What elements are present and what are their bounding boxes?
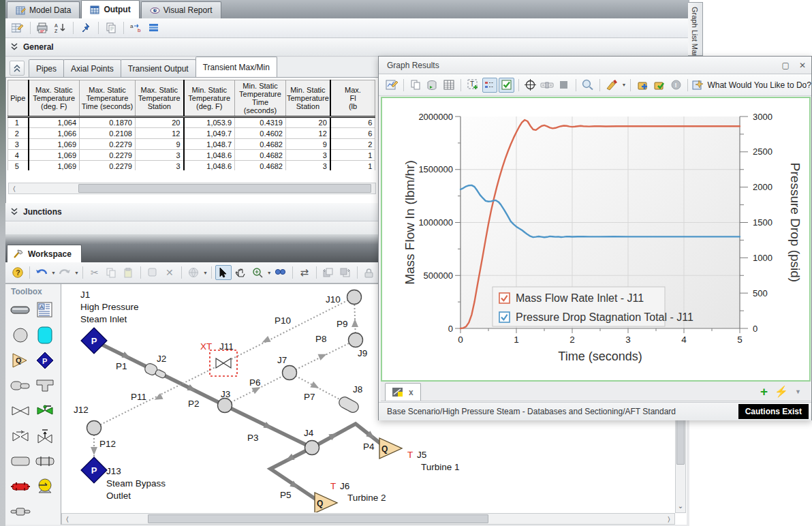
update-saved-graph-icon[interactable]	[652, 78, 667, 93]
add-text-icon[interactable]: T	[465, 78, 480, 93]
column-header[interactable]: Min. StaticTemperature(deg. F)	[184, 80, 235, 117]
subtab-pipes[interactable]: Pipes	[29, 59, 64, 77]
duplicate-icon[interactable]	[144, 265, 161, 280]
graph-actions-dropdown-icon[interactable]: ▼	[795, 388, 801, 395]
tool-heat-exchanger-icon[interactable]	[9, 478, 32, 495]
web-options-dropdown-icon[interactable]: ▼	[203, 270, 208, 275]
subtab-transient-output[interactable]: Transient Output	[121, 59, 196, 77]
scroll-left-arrow[interactable]: 〈	[9, 185, 20, 192]
junction-J10-branch[interactable]	[347, 290, 362, 305]
junction-J8-dead-end[interactable]	[337, 395, 360, 414]
undo-dropdown-icon[interactable]: ▼	[51, 270, 56, 275]
print-options-icon[interactable]	[35, 20, 51, 35]
table-row[interactable]: 21,0660.2108121,049.70.4602126	[8, 128, 375, 139]
table-row[interactable]: 51,0690.227931,048.60.468231	[8, 161, 375, 171]
crosshair-icon[interactable]	[523, 78, 538, 93]
scrollbar-thumb[interactable]	[78, 184, 371, 193]
junction-J9-branch[interactable]	[349, 333, 363, 347]
edit-table-icon[interactable]	[10, 20, 26, 35]
tool-assigned-pressure-icon[interactable]: P	[33, 352, 57, 369]
collapse-table-button[interactable]	[10, 61, 25, 76]
legend-checkbox-1[interactable]	[499, 312, 510, 322]
show-checkboxes-icon[interactable]	[499, 78, 514, 93]
tool-flanged-pipe-icon[interactable]	[33, 453, 57, 469]
tool-volume-icon[interactable]	[9, 453, 32, 469]
tab-model-data[interactable]: Model Data	[7, 1, 80, 18]
pipe-dotted[interactable]	[223, 297, 354, 363]
table-row[interactable]: 11,0640.1870201,053.90.4319206	[8, 117, 375, 128]
close-icon[interactable]: ✕	[799, 61, 806, 70]
tool-check-valve-icon[interactable]	[33, 403, 57, 419]
graph-tab[interactable]: x	[385, 383, 421, 401]
junction-J1-assigned-pressure[interactable]: P	[81, 328, 107, 354]
reverse-direction-icon[interactable]: ⇄	[296, 265, 313, 280]
junction-J3-branch[interactable]	[218, 399, 232, 413]
legend-options-icon[interactable]	[482, 78, 498, 93]
copy-icon[interactable]	[104, 265, 120, 280]
junction-J7-branch[interactable]	[283, 366, 297, 380]
tool-relief-valve-icon[interactable]	[9, 428, 32, 444]
copy-icon[interactable]	[103, 20, 119, 35]
sort-az-icon[interactable]: AZ	[52, 20, 69, 35]
junction-J11-valve-selected[interactable]	[210, 350, 237, 376]
junction-J13-assigned-pressure[interactable]: P	[81, 457, 107, 483]
graph-window-titlebar[interactable]: Graph Results ▢ ✕	[379, 57, 811, 74]
graph-info-icon[interactable]: !	[668, 78, 683, 93]
workspace-horizontal-scrollbar[interactable]: 〈 〉	[61, 513, 675, 525]
column-header[interactable]: Pipe	[8, 80, 29, 117]
junction-J6-turbine-2[interactable]: Q	[315, 493, 337, 512]
results-table[interactable]: PipeMax. StaticTemperature(deg. F)Max. S…	[7, 80, 375, 170]
paste-icon[interactable]	[121, 265, 137, 280]
junction-J5-turbine-1[interactable]: Q	[379, 438, 402, 459]
junction-J12-branch[interactable]	[87, 421, 102, 435]
tool-pipe-icon[interactable]	[9, 302, 32, 318]
graph-tab-close[interactable]: x	[409, 388, 413, 397]
junction-J4-branch[interactable]	[305, 441, 319, 455]
section-junctions[interactable]: Junctions	[5, 203, 379, 221]
copy-graph-icon[interactable]	[408, 78, 423, 93]
scrollbar-thumb[interactable]	[148, 514, 488, 523]
tab-graph-list-manager[interactable]: Graph List Manager	[688, 2, 703, 56]
scroll-left-arrow[interactable]: 〈	[62, 516, 73, 523]
column-header[interactable]: Min. StaticTemperatureTime (seconds)	[235, 80, 286, 117]
tab-visual-report[interactable]: Visual Report	[141, 1, 221, 18]
web-options-icon[interactable]	[185, 265, 202, 280]
table-horizontal-scrollbar[interactable]: 〈	[8, 183, 376, 194]
tool-tank-icon[interactable]	[33, 327, 57, 343]
delete-icon[interactable]: ✕	[161, 265, 178, 280]
tool-tee-icon[interactable]	[33, 377, 57, 394]
send-to-back-icon[interactable]	[320, 265, 337, 280]
lock-icon[interactable]	[361, 265, 377, 280]
table-row[interactable]: 31,0690.227991,048.70.468292	[8, 139, 375, 150]
format-grid-icon[interactable]	[146, 20, 162, 35]
find-icon[interactable]	[272, 265, 289, 280]
redo-icon[interactable]	[57, 265, 73, 280]
column-header[interactable]: Max. StaticTemperature(deg. F)	[29, 80, 80, 117]
table-row[interactable]: 41,0690.227931,048.60.468231	[8, 150, 375, 161]
transfer-results-icon[interactable]: ab	[128, 20, 144, 35]
tool-reducer-icon[interactable]	[9, 377, 32, 394]
quick-graph-icon[interactable]: ⚡	[775, 386, 788, 397]
legend-checkbox-0[interactable]	[499, 293, 510, 303]
format-brush-icon[interactable]	[604, 78, 619, 93]
subtab-axial-points[interactable]: Axial Points	[63, 59, 121, 77]
edit-graph-icon[interactable]	[384, 78, 399, 93]
cautions-exist-badge[interactable]: Cautions Exist	[738, 404, 809, 419]
redo-dropdown-icon[interactable]: ▼	[74, 270, 79, 275]
maximize-icon[interactable]: ▢	[782, 61, 790, 70]
add-graph-to-list-icon[interactable]	[635, 78, 650, 93]
export-data-icon[interactable]	[425, 78, 440, 93]
help-icon[interactable]: ?	[10, 265, 26, 280]
stop-icon[interactable]	[556, 78, 571, 93]
tool-control-valve-icon[interactable]	[33, 428, 57, 444]
pan-tool-icon[interactable]	[232, 265, 249, 280]
column-header[interactable]: Max.Fl(lb	[330, 80, 375, 117]
zoom-dropdown-icon[interactable]: ▼	[267, 270, 272, 275]
tool-annotation-icon[interactable]: A	[33, 302, 57, 318]
select-tool-icon[interactable]	[215, 265, 232, 280]
tool-assigned-flow-icon[interactable]: Q	[9, 352, 32, 369]
junction-J2-reducer[interactable]	[143, 362, 167, 381]
format-brush-dropdown-icon[interactable]: ▼	[621, 82, 626, 87]
tab-workspace[interactable]: Workspace	[7, 245, 82, 262]
pin-results-icon[interactable]	[78, 20, 94, 35]
